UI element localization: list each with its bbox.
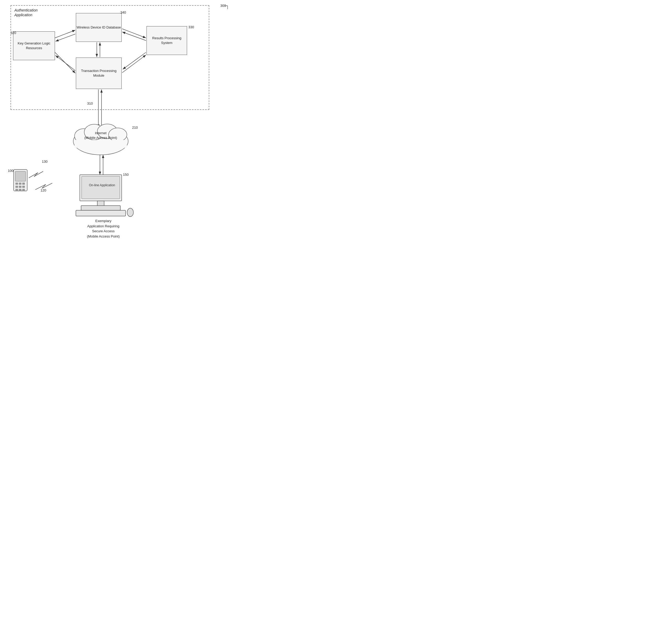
ref-320: 320 bbox=[10, 31, 16, 35]
online-app-label: On-line Application bbox=[84, 183, 120, 187]
box-results-processing: Results Processing System bbox=[146, 26, 187, 55]
internet-text: Internet(Mobile Access Point) bbox=[85, 131, 117, 140]
ref-210: 210 bbox=[132, 125, 138, 130]
ref-100: 100 bbox=[8, 169, 14, 172]
svg-rect-27 bbox=[16, 186, 18, 188]
box-key-generation: Key Generation Logic Resources bbox=[13, 31, 55, 60]
svg-rect-28 bbox=[19, 186, 21, 188]
computer-description-text: ExemplaryApplication RequiringSecure Acc… bbox=[87, 219, 120, 238]
transaction-label: Transaction Processing Module bbox=[76, 69, 121, 78]
computer-description: ExemplaryApplication RequiringSecure Acc… bbox=[65, 218, 141, 239]
ref-150: 150 bbox=[123, 172, 129, 177]
ref-130: 130 bbox=[42, 160, 48, 163]
svg-rect-36 bbox=[81, 206, 120, 210]
key-gen-label: Key Generation Logic Resources bbox=[13, 41, 55, 50]
diagram-container: AuthenticationApplication 300 Key Genera… bbox=[0, 0, 235, 249]
ref-120: 120 bbox=[41, 188, 46, 192]
internet-label: Internet(Mobile Access Point) bbox=[69, 131, 132, 140]
svg-rect-32 bbox=[22, 189, 25, 191]
svg-rect-24 bbox=[16, 183, 18, 185]
ref-340: 340 bbox=[120, 10, 126, 15]
box-wireless-db: Wireless Device ID Database bbox=[76, 13, 122, 42]
svg-rect-34 bbox=[82, 176, 120, 199]
box-transaction-processing: Transaction Processing Module bbox=[76, 58, 122, 89]
results-label: Results Processing System bbox=[147, 36, 187, 45]
ref-330: 330 bbox=[188, 25, 194, 29]
svg-rect-23 bbox=[15, 171, 26, 181]
svg-rect-25 bbox=[19, 183, 21, 185]
svg-rect-30 bbox=[16, 189, 18, 191]
svg-rect-35 bbox=[97, 201, 104, 206]
svg-rect-22 bbox=[14, 169, 27, 191]
svg-rect-31 bbox=[19, 189, 21, 191]
ref-310: 310 bbox=[87, 101, 93, 106]
wireless-db-label: Wireless Device ID Database bbox=[77, 25, 121, 30]
auth-app-label: AuthenticationApplication bbox=[15, 8, 38, 17]
ref-300: 300 bbox=[220, 4, 226, 7]
svg-rect-37 bbox=[76, 210, 126, 216]
svg-point-38 bbox=[127, 208, 133, 216]
svg-rect-19 bbox=[74, 140, 127, 148]
svg-rect-29 bbox=[22, 186, 25, 188]
svg-rect-33 bbox=[80, 175, 122, 201]
svg-rect-26 bbox=[22, 183, 25, 185]
